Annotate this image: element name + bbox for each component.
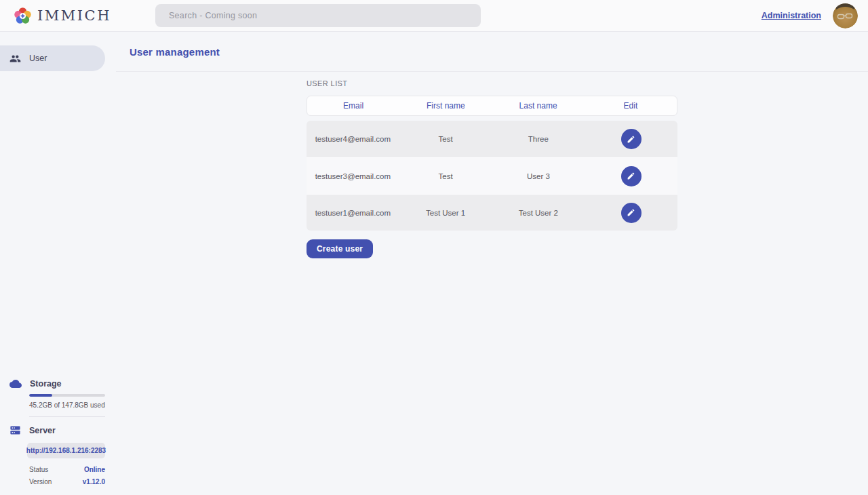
table-row: testuser1@email.com Test User 1 Test Use…: [307, 194, 677, 231]
table-row: testuser3@email.com Test User 3: [307, 157, 677, 194]
administration-link[interactable]: Administration: [762, 11, 821, 20]
version-value: v1.12.0: [83, 478, 105, 486]
storage-progress-fill: [29, 394, 52, 397]
storage-title: Storage: [30, 379, 62, 389]
server-version-row: Version v1.12.0: [29, 478, 105, 486]
server-section-header: Server: [9, 424, 105, 436]
cell-first-name: Test: [399, 172, 492, 180]
version-label: Version: [29, 478, 52, 486]
server-url-badge: http://192.168.1.216:2283: [27, 443, 105, 458]
server-icon: [9, 424, 21, 436]
user-table-body: testuser4@email.com Test Three: [307, 121, 677, 231]
status-value: Online: [84, 466, 105, 473]
column-header-email: Email: [307, 101, 399, 111]
main-content: User management USER LIST Email First na…: [116, 32, 868, 495]
sidebar: User Storage 45.2GB of 147.8GB used: [0, 32, 116, 495]
page-title: User management: [130, 46, 220, 58]
edit-user-button[interactable]: [621, 203, 642, 223]
cell-email: testuser1@email.com: [307, 209, 399, 217]
pencil-icon: [627, 208, 635, 217]
user-table-header: Email First name Last name Edit: [307, 96, 677, 116]
search-bar: [155, 4, 481, 27]
brand[interactable]: IMMICH: [14, 7, 111, 25]
cell-last-name: Three: [492, 135, 585, 143]
status-label: Status: [29, 466, 48, 473]
sidebar-item-user[interactable]: User: [0, 45, 105, 71]
top-navbar: IMMICH Administration: [0, 0, 868, 32]
cell-last-name: Test User 2: [492, 209, 585, 217]
column-header-edit: Edit: [585, 101, 677, 111]
pencil-icon: [627, 135, 635, 144]
server-title: Server: [29, 426, 56, 435]
page-header: User management: [116, 32, 868, 72]
pencil-icon: [627, 172, 635, 180]
sidebar-footer: Storage 45.2GB of 147.8GB used: [0, 379, 116, 495]
storage-progress-bar: [29, 394, 105, 397]
cell-first-name: Test: [399, 135, 492, 143]
immich-logo-icon: [14, 7, 32, 25]
brand-name: IMMICH: [37, 7, 111, 24]
user-avatar[interactable]: [833, 3, 858, 28]
edit-user-button[interactable]: [621, 166, 642, 186]
create-user-button[interactable]: Create user: [307, 239, 373, 258]
cell-first-name: Test User 1: [399, 209, 492, 217]
sidebar-divider: [29, 416, 105, 417]
edit-user-button[interactable]: [621, 129, 642, 149]
sidebar-item-user-label: User: [29, 54, 47, 63]
column-header-first-name: First name: [399, 101, 492, 111]
user-list-label: USER LIST: [307, 79, 677, 87]
table-row: testuser4@email.com Test Three: [307, 121, 677, 157]
column-header-last-name: Last name: [492, 101, 585, 111]
storage-section-header: Storage: [9, 379, 105, 389]
cell-last-name: User 3: [492, 172, 585, 180]
users-group-icon: [9, 53, 21, 64]
server-status-row: Status Online: [29, 466, 105, 473]
cell-email: testuser4@email.com: [307, 135, 399, 143]
storage-usage-text: 45.2GB of 147.8GB used: [29, 401, 105, 409]
search-input[interactable]: [155, 4, 481, 27]
cloud-icon: [9, 379, 22, 389]
cell-email: testuser3@email.com: [307, 172, 399, 180]
